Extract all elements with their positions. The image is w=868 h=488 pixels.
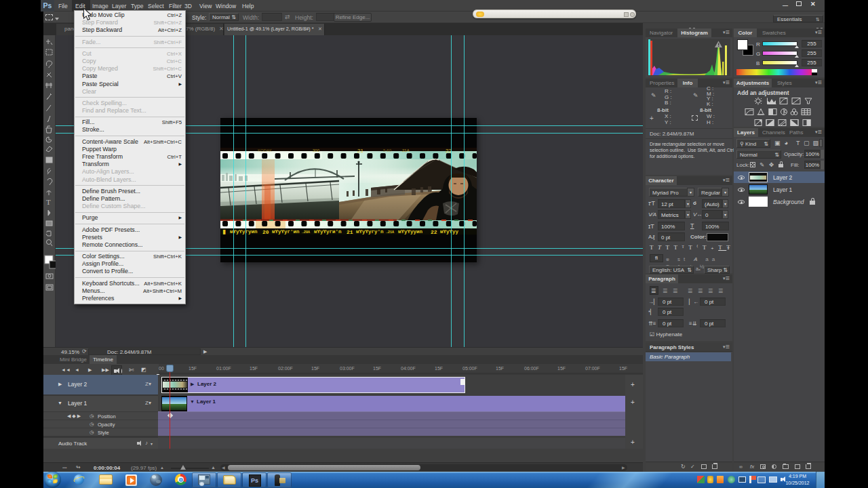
svg-text:мYуYуу: мYуYуу <box>440 229 459 235</box>
svg-text:5-60: 5-60 <box>383 148 392 152</box>
svg-text:→20A: →20A <box>302 230 310 235</box>
svg-text:KODAK: KODAK <box>258 148 272 152</box>
svg-text:мYуYугуиn: мYуYугуиn <box>230 229 258 235</box>
svg-text:20: 20 <box>262 229 269 235</box>
svg-text:мYуYууиn: мYуYууиn <box>398 229 423 235</box>
svg-text:→21A: →21A <box>386 230 394 235</box>
svg-text:мYуYуги'n: мYуYуги'n <box>314 229 342 235</box>
svg-text:▐▌: ▐▌ <box>222 230 226 235</box>
svg-text:мYуYугу'n: мYуYугу'n <box>356 229 384 235</box>
svg-text:21A: 21A <box>402 148 410 152</box>
svg-text:21: 21 <box>347 229 353 235</box>
svg-text:300: 300 <box>313 148 320 152</box>
svg-text:22: 22 <box>431 229 437 235</box>
svg-text:мYуYуг'иn: мYуYуг'иn <box>272 229 300 235</box>
svg-text:T: T <box>46 198 51 206</box>
svg-text:21: 21 <box>357 148 363 154</box>
